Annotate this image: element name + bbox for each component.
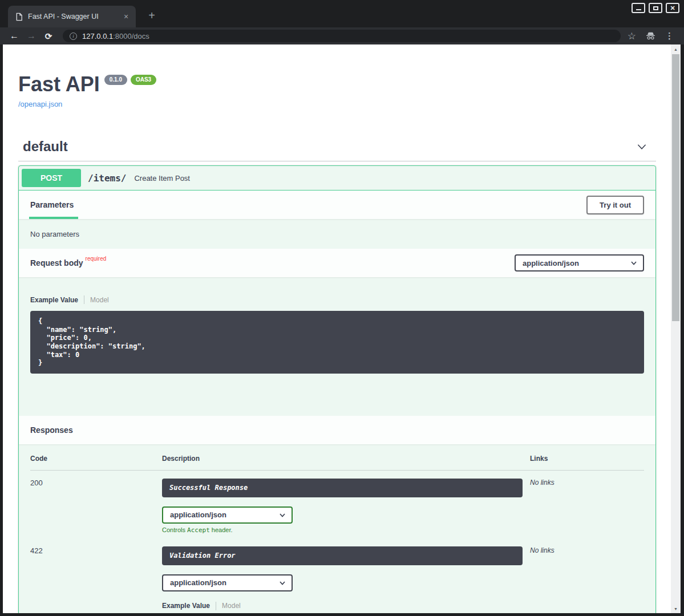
version-badge: 0.1.0 <box>104 75 127 85</box>
tab-close-icon[interactable]: × <box>121 11 131 22</box>
forward-icon[interactable]: → <box>24 31 39 40</box>
scrollbar-thumb[interactable] <box>672 54 679 321</box>
tab-parameters[interactable]: Parameters <box>30 191 74 219</box>
opblock-post-items: POST /items/ Create Item Post Parameters… <box>18 165 656 613</box>
accept-note-prefix: Controls <box>162 526 187 533</box>
tab-separator <box>216 602 216 610</box>
example-model-tabs-422: Example Value Model <box>162 602 530 610</box>
http-method-badge: POST <box>22 169 81 187</box>
request-body-header: Request body required application/json <box>19 249 655 277</box>
operation-summary[interactable]: POST /items/ Create Item Post <box>19 166 655 191</box>
request-content-type-value: application/json <box>523 259 579 268</box>
url-host: 127.0.0.1 <box>82 32 113 40</box>
url-text: 127.0.0.1:8000/docs <box>82 32 149 40</box>
tab-model[interactable]: Model <box>90 296 109 304</box>
minimize-icon <box>636 9 641 10</box>
request-body-title-group: Request body required <box>30 258 106 268</box>
address-bar[interactable]: i 127.0.0.1:8000/docs <box>63 30 621 42</box>
example-model-tabs: Example Value Model <box>30 295 644 304</box>
response-description-box: Successful Response <box>162 479 523 497</box>
response-description-box: Validation Error <box>162 546 523 565</box>
operation-path: /items/ <box>88 173 126 184</box>
maximize-button[interactable] <box>649 3 662 13</box>
responses-table-head: Code Description Links <box>30 455 644 471</box>
request-body-title: Request body <box>30 258 83 268</box>
page-scrollbar[interactable]: ▲ ▼ <box>671 44 681 613</box>
tab-example-value[interactable]: Example Value <box>162 602 210 610</box>
response-row-200: 200 Successful Response application/json… <box>30 471 644 534</box>
new-tab-button[interactable]: + <box>145 9 159 22</box>
accept-note-code: Accept <box>187 526 210 534</box>
response-content-type-value-200: application/json <box>170 510 226 519</box>
api-badges: 0.1.0 OAS3 <box>104 75 156 85</box>
toolbar-right: ☆ ⋮ <box>628 30 677 42</box>
api-title: Fast API <box>18 73 100 96</box>
request-content-type-select[interactable]: application/json <box>515 254 644 271</box>
request-body-example: Example Value Model { "name": "string", … <box>19 277 655 416</box>
chevron-down-icon[interactable] <box>636 140 648 153</box>
openapi-spec-link[interactable]: /openapi.json <box>18 100 62 108</box>
tab-separator <box>84 295 84 304</box>
tag-header[interactable]: default <box>18 139 656 155</box>
browser-menu-icon[interactable]: ⋮ <box>665 31 674 41</box>
scrollbar-down-icon[interactable]: ▼ <box>671 604 681 613</box>
response-row-422: 422 Validation Error application/json Ex… <box>30 538 644 613</box>
tab-model[interactable]: Model <box>222 602 241 610</box>
tag-name: default <box>23 139 68 155</box>
select-chevron-icon <box>630 260 637 266</box>
browser-window: Fast API - Swagger UI × + ✕ ← → ⟳ i 127.… <box>0 0 684 616</box>
api-info: Fast API 0.1.0 OAS3 /openapi.json <box>18 73 656 109</box>
browser-tab[interactable]: Fast API - Swagger UI × <box>8 6 136 27</box>
response-content-type-select-422[interactable]: application/json <box>162 574 293 591</box>
accept-note-suffix: header. <box>210 526 233 533</box>
responses-title: Responses <box>30 425 73 435</box>
column-links: Links <box>530 455 644 463</box>
response-links: No links <box>530 479 644 534</box>
window-close-button[interactable]: ✕ <box>666 3 679 13</box>
bookmark-star-icon[interactable]: ☆ <box>628 30 636 42</box>
tab-strip: Fast API - Swagger UI × + ✕ <box>0 0 684 27</box>
maximize-icon <box>653 6 658 10</box>
browser-toolbar: ← → ⟳ i 127.0.0.1:8000/docs ☆ ⋮ <box>0 27 684 44</box>
tab-example-value[interactable]: Example Value <box>30 296 78 304</box>
select-chevron-icon <box>279 579 286 586</box>
page-favicon-icon <box>15 13 23 21</box>
response-links: No links <box>530 546 644 613</box>
tag-divider <box>18 161 656 161</box>
oas3-badge: OAS3 <box>131 75 156 85</box>
response-code: 200 <box>30 479 162 534</box>
operation-description: Create Item Post <box>134 174 190 183</box>
select-chevron-icon <box>279 512 286 518</box>
required-flag: required <box>86 256 107 262</box>
responses-table: Code Description Links 200 Successful Re… <box>19 444 655 613</box>
response-content-type-select-200[interactable]: application/json <box>162 506 293 524</box>
no-parameters-text: No parameters <box>19 219 655 249</box>
api-title-row: Fast API 0.1.0 OAS3 <box>18 73 656 96</box>
swagger-page: Fast API 0.1.0 OAS3 /openapi.json defaul… <box>3 44 681 613</box>
column-code: Code <box>30 455 162 463</box>
tab-title: Fast API - Swagger UI <box>28 13 116 21</box>
scrollbar-up-icon[interactable]: ▲ <box>671 44 681 54</box>
response-code: 422 <box>30 546 162 613</box>
responses-header: Responses <box>19 416 655 444</box>
window-controls: ✕ <box>632 3 679 13</box>
controls-accept-note: Controls Accept header. <box>162 526 530 534</box>
reload-icon[interactable]: ⟳ <box>41 32 56 40</box>
incognito-icon <box>645 31 656 40</box>
url-path: :8000/docs <box>113 32 149 40</box>
try-it-out-button[interactable]: Try it out <box>586 196 644 214</box>
site-info-icon[interactable]: i <box>70 33 77 40</box>
parameters-header: Parameters Try it out <box>19 191 655 219</box>
response-content-type-value-422: application/json <box>170 578 226 587</box>
column-description: Description <box>162 455 530 463</box>
tag-section: default <box>18 139 656 161</box>
page-content: Fast API 0.1.0 OAS3 /openapi.json defaul… <box>3 73 671 613</box>
back-icon[interactable]: ← <box>7 31 22 40</box>
response-description-cell: Validation Error application/json Exampl… <box>162 546 530 613</box>
request-example-code: { "name": "string", "price": 0, "descrip… <box>30 311 644 374</box>
minimize-button[interactable] <box>632 3 645 13</box>
response-description-cell: Successful Response application/json Con… <box>162 479 530 534</box>
